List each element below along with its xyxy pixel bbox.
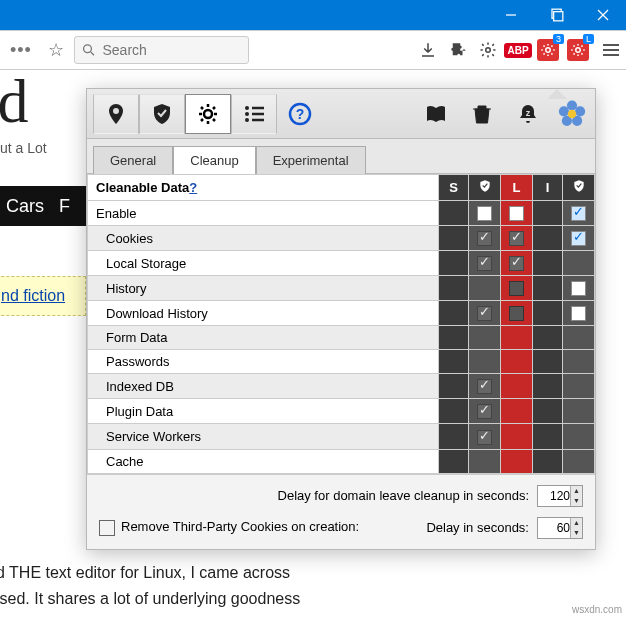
table-cell[interactable] — [439, 449, 469, 473]
remove-tp-checkbox[interactable] — [99, 520, 115, 536]
settings-gear-icon[interactable] — [185, 94, 231, 134]
table-cell[interactable] — [469, 326, 501, 350]
table-cell[interactable] — [563, 301, 595, 326]
table-cell[interactable] — [563, 374, 595, 399]
table-cell[interactable] — [439, 374, 469, 399]
checkbox[interactable] — [477, 404, 492, 419]
table-cell[interactable] — [501, 374, 533, 399]
table-cell[interactable] — [563, 399, 595, 424]
table-cell[interactable] — [533, 226, 563, 251]
table-cell[interactable] — [501, 449, 533, 473]
fiction-link[interactable]: nd fiction — [1, 287, 65, 304]
table-cell[interactable] — [469, 449, 501, 473]
table-cell[interactable] — [563, 449, 595, 473]
downloads-icon[interactable] — [414, 36, 442, 64]
trash-icon[interactable] — [459, 94, 505, 134]
table-cell[interactable] — [439, 326, 469, 350]
table-cell[interactable] — [501, 399, 533, 424]
table-cell[interactable] — [439, 226, 469, 251]
checkbox[interactable] — [571, 231, 586, 246]
checkbox[interactable] — [477, 430, 492, 445]
checkbox[interactable] — [509, 231, 524, 246]
maximize-button[interactable] — [534, 0, 580, 30]
table-cell[interactable] — [533, 301, 563, 326]
search-box[interactable] — [74, 36, 249, 64]
table-cell[interactable] — [533, 424, 563, 449]
table-cell[interactable] — [469, 301, 501, 326]
table-cell[interactable] — [533, 276, 563, 301]
table-cell[interactable] — [501, 226, 533, 251]
checkbox[interactable] — [509, 306, 524, 321]
checkbox[interactable] — [571, 281, 586, 296]
tab-experimental[interactable]: Experimental — [256, 146, 366, 174]
table-cell[interactable] — [501, 276, 533, 301]
checkbox[interactable] — [477, 379, 492, 394]
table-cell[interactable] — [439, 399, 469, 424]
table-cell[interactable] — [533, 326, 563, 350]
tab-cleanup[interactable]: Cleanup — [173, 146, 255, 174]
table-cell[interactable] — [563, 226, 595, 251]
bookmark-star-icon[interactable]: ☆ — [40, 39, 72, 61]
extension-badge-1[interactable]: 3 — [534, 36, 562, 64]
bell-snooze-icon[interactable]: z — [505, 94, 551, 134]
table-cell[interactable] — [469, 201, 501, 226]
table-cell[interactable] — [469, 251, 501, 276]
table-cell[interactable] — [469, 276, 501, 301]
table-cell[interactable] — [563, 201, 595, 226]
nav-strip[interactable]: Cars F — [0, 186, 86, 226]
table-cell[interactable] — [533, 350, 563, 374]
spin-up-icon[interactable]: ▲ — [570, 518, 582, 528]
table-cell[interactable] — [439, 276, 469, 301]
table-cell[interactable] — [563, 326, 595, 350]
table-cell[interactable] — [501, 424, 533, 449]
table-cell[interactable] — [563, 251, 595, 276]
table-cell[interactable] — [533, 399, 563, 424]
table-cell[interactable] — [469, 350, 501, 374]
table-cell[interactable] — [563, 350, 595, 374]
spin-up-icon[interactable]: ▲ — [570, 486, 582, 496]
abp-extension-icon[interactable]: ABP — [504, 36, 532, 64]
minimize-button[interactable] — [488, 0, 534, 30]
checkbox[interactable] — [571, 306, 586, 321]
table-cell[interactable] — [439, 301, 469, 326]
shield-check-icon[interactable] — [139, 94, 185, 134]
table-cell[interactable] — [439, 201, 469, 226]
checkbox[interactable] — [477, 256, 492, 271]
help-icon[interactable]: ? — [277, 94, 323, 134]
settings-gear-icon[interactable] — [474, 36, 502, 64]
spin-down-icon[interactable]: ▼ — [570, 496, 582, 506]
extensions-puzzle-icon[interactable] — [444, 36, 472, 64]
table-cell[interactable] — [533, 251, 563, 276]
checkbox[interactable] — [509, 206, 524, 221]
checkbox[interactable] — [477, 206, 492, 221]
book-icon[interactable] — [413, 94, 459, 134]
table-cell[interactable] — [439, 251, 469, 276]
help-link[interactable]: ? — [189, 180, 197, 195]
list-icon[interactable] — [231, 94, 277, 134]
forget-me-not-icon[interactable] — [555, 97, 589, 131]
table-cell[interactable] — [469, 399, 501, 424]
table-cell[interactable] — [469, 226, 501, 251]
table-cell[interactable] — [469, 374, 501, 399]
table-cell[interactable] — [563, 424, 595, 449]
table-cell[interactable] — [501, 201, 533, 226]
remove-tp-checkbox-label[interactable]: Remove Third-Party Cookies on creation: — [99, 519, 359, 536]
table-cell[interactable] — [469, 424, 501, 449]
table-cell[interactable] — [501, 326, 533, 350]
spin-down-icon[interactable]: ▼ — [570, 528, 582, 538]
table-cell[interactable] — [501, 301, 533, 326]
pin-icon[interactable] — [93, 94, 139, 134]
table-cell[interactable] — [439, 350, 469, 374]
table-cell[interactable] — [533, 201, 563, 226]
table-cell[interactable] — [501, 350, 533, 374]
checkbox[interactable] — [571, 206, 586, 221]
page-actions-icon[interactable]: ••• — [4, 40, 38, 61]
extension-badge-2[interactable]: L — [564, 36, 592, 64]
table-cell[interactable] — [563, 276, 595, 301]
tab-general[interactable]: General — [93, 146, 173, 174]
checkbox[interactable] — [477, 306, 492, 321]
table-cell[interactable] — [533, 449, 563, 473]
table-cell[interactable] — [533, 374, 563, 399]
table-cell[interactable] — [439, 424, 469, 449]
menu-hamburger-icon[interactable] — [594, 36, 622, 64]
